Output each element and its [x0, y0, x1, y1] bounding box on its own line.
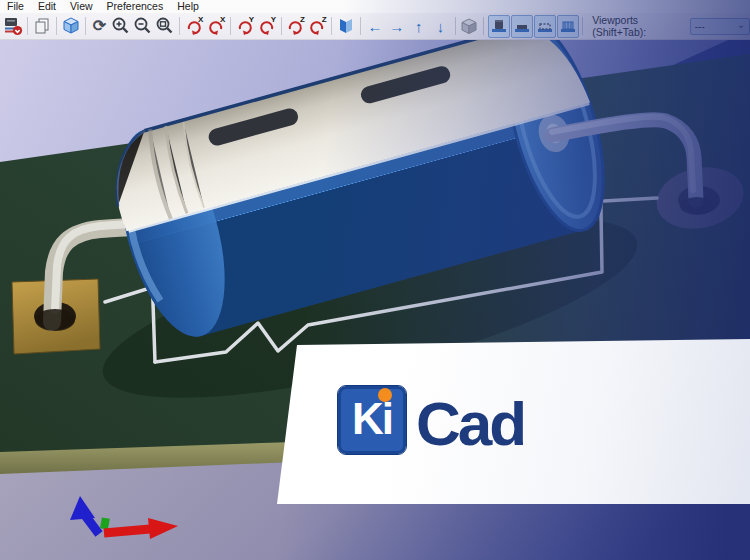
copy-pages-icon: [32, 16, 52, 36]
rotate-x-ccw-button[interactable]: X: [205, 15, 226, 38]
reload-board-icon: [3, 16, 23, 36]
pan-left-button[interactable]: ←: [364, 15, 385, 38]
axis-letter: Z: [300, 16, 305, 24]
toolbar-separator: [483, 17, 484, 35]
arrow-right-icon: →: [389, 19, 404, 34]
toolbar-separator: [455, 17, 456, 35]
export-image-button[interactable]: [31, 15, 52, 38]
pan-up-button[interactable]: ↑: [408, 15, 429, 38]
toolbar-separator: [582, 17, 583, 35]
viewports-dropdown[interactable]: --- ⌄: [690, 18, 750, 35]
viewports-control: Viewports (Shift+Tab): --- ⌄: [592, 14, 750, 38]
posfile-component-icon: [558, 16, 578, 36]
toolbar-separator: [179, 17, 180, 35]
flip-icon: [336, 16, 356, 36]
rotate-y-ccw-button[interactable]: Y: [256, 15, 277, 38]
reload-board-button[interactable]: [3, 15, 24, 38]
zoom-out-button[interactable]: [133, 15, 154, 38]
logo-cad-text: Cad: [416, 393, 524, 455]
zoom-fit-icon: [155, 16, 175, 36]
ortho-projection-button[interactable]: [459, 15, 480, 38]
menu-preferences[interactable]: Preferences: [100, 0, 171, 13]
toolbar: ⟳: [0, 13, 750, 40]
logo-orange-dot-icon: [378, 388, 392, 402]
toolbar-separator: [230, 17, 231, 35]
zoom-out-icon: [133, 16, 153, 36]
arrow-down-icon: ↓: [437, 19, 445, 34]
toggle-virtual-models-button[interactable]: [534, 15, 556, 38]
redraw-button[interactable]: ⟳: [89, 15, 110, 38]
viewports-label: Viewports (Shift+Tab):: [592, 14, 685, 38]
toolbar-separator: [27, 17, 28, 35]
kicad-logo-box: Ki: [338, 386, 406, 454]
chevron-down-icon: ⌄: [737, 20, 745, 30]
toggle-th-models-button[interactable]: [488, 15, 510, 38]
refresh-icon: ⟳: [93, 18, 106, 34]
menu-view[interactable]: View: [63, 0, 100, 13]
menubar: File Edit View Preferences Help: [0, 0, 750, 13]
zoom-in-icon: [111, 16, 131, 36]
toggle-smd-models-button[interactable]: [511, 15, 533, 38]
x-axis-arrow: [104, 529, 150, 533]
zoom-fit-button[interactable]: [155, 15, 176, 38]
zoom-in-button[interactable]: [111, 15, 132, 38]
toolbar-separator: [360, 17, 361, 35]
menu-help[interactable]: Help: [170, 0, 206, 13]
kicad-logo: Ki Cad: [338, 386, 658, 456]
toolbar-separator: [85, 17, 86, 35]
axis-letter: Y: [271, 16, 276, 24]
axis-letter: Z: [322, 16, 327, 24]
menu-edit[interactable]: Edit: [31, 0, 63, 13]
smd-component-icon: [512, 16, 532, 36]
axis-letter: X: [198, 16, 203, 24]
axis-letter: Y: [249, 16, 254, 24]
toolbar-separator: [281, 17, 282, 35]
blue-cube-icon: [61, 16, 81, 36]
flip-board-button[interactable]: [336, 15, 357, 38]
rotate-z-ccw-button[interactable]: Z: [307, 15, 328, 38]
gray-cube-icon: [459, 16, 479, 36]
rotate-x-cw-button[interactable]: X: [183, 15, 204, 38]
toggle-not-in-posfile-button[interactable]: [557, 15, 579, 38]
pan-right-button[interactable]: →: [386, 15, 407, 38]
th-component-icon: [489, 16, 509, 36]
pan-down-button[interactable]: ↓: [430, 15, 451, 38]
arrow-up-icon: ↑: [415, 19, 423, 34]
kicad-banner: Ki Cad: [250, 330, 750, 510]
rotate-z-cw-button[interactable]: Z: [285, 15, 306, 38]
axis-letter: X: [220, 16, 225, 24]
virtual-component-icon: [535, 16, 555, 36]
rotate-y-cw-button[interactable]: Y: [234, 15, 255, 38]
render-options-button[interactable]: [60, 15, 81, 38]
arrow-left-icon: ←: [367, 19, 382, 34]
viewports-value: ---: [695, 21, 705, 32]
toolbar-separator: [331, 17, 332, 35]
menu-file[interactable]: File: [0, 0, 31, 13]
kicad-3d-viewer-window: File Edit View Preferences Help: [0, 0, 750, 560]
toolbar-separator: [56, 17, 57, 35]
